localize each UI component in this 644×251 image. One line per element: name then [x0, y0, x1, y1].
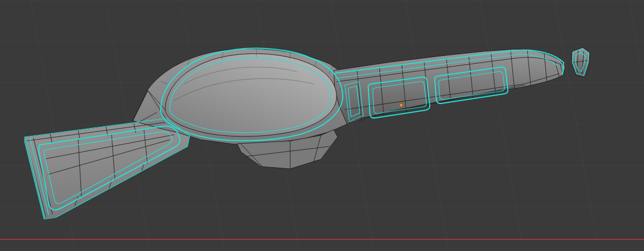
- 3d-viewport[interactable]: [0, 0, 644, 251]
- mesh-object[interactable]: [25, 48, 590, 219]
- origin-point[interactable]: [400, 103, 403, 107]
- viewport-canvas[interactable]: [0, 0, 644, 251]
